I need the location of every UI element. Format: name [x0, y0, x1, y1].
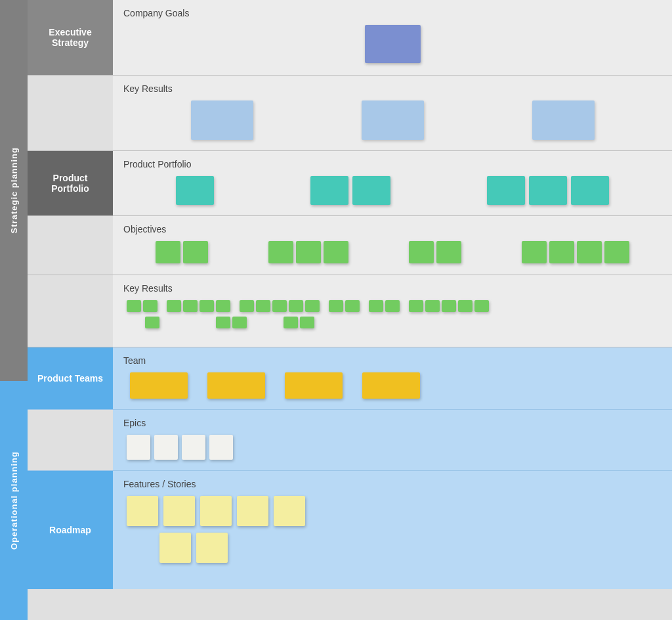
- obj-note-9[interactable]: [549, 241, 574, 263]
- epics-row: Epics: [28, 410, 672, 471]
- kr2-note-7[interactable]: [240, 300, 254, 312]
- obj-note-4[interactable]: [296, 241, 321, 263]
- key-results-2-body: Key Results: [113, 275, 672, 347]
- features-title: Features / Stories: [123, 479, 662, 489]
- feat-note-6[interactable]: [159, 533, 191, 563]
- kr2-note-20[interactable]: [474, 300, 489, 312]
- kr2-note-21[interactable]: [145, 317, 159, 328]
- kr2-note-12[interactable]: [329, 300, 343, 312]
- sidebar: Strategic planning Operational planning: [0, 0, 28, 620]
- obj-note-5[interactable]: [324, 241, 348, 263]
- pp-note-2[interactable]: [310, 176, 348, 205]
- pp-note-1[interactable]: [176, 176, 214, 205]
- product-teams-label: Product Teams: [28, 347, 113, 409]
- pp-note-3[interactable]: [352, 176, 390, 205]
- key-results-1-row: Key Results: [28, 76, 672, 151]
- obj-note-2[interactable]: [183, 241, 208, 263]
- key-results-2-title: Key Results: [123, 283, 662, 294]
- kr2-note-19[interactable]: [458, 300, 472, 312]
- kr2-note-25[interactable]: [300, 317, 314, 328]
- epics-body: Epics: [113, 410, 672, 470]
- product-portfolio-row: Product Portfolio Product Portfolio: [28, 151, 672, 216]
- executive-strategy-label: Executive Strategy: [28, 0, 113, 75]
- team-note-2[interactable]: [207, 372, 265, 399]
- roadmap-label: Roadmap: [28, 471, 113, 589]
- kr2-note-10[interactable]: [289, 300, 303, 312]
- epic-note-2[interactable]: [154, 435, 178, 460]
- obj-note-8[interactable]: [522, 241, 547, 263]
- product-portfolio-title: Product Portfolio: [123, 159, 662, 169]
- obj-note-3[interactable]: [268, 241, 293, 263]
- kr2-note-24[interactable]: [284, 317, 298, 328]
- feat-note-7[interactable]: [196, 533, 228, 563]
- key-results-1-title: Key Results: [123, 83, 662, 94]
- kr2-note-14[interactable]: [369, 300, 383, 312]
- obj-note-10[interactable]: [577, 241, 602, 263]
- feat-note-2[interactable]: [163, 496, 195, 526]
- obj-note-11[interactable]: [604, 241, 629, 263]
- features-body: Features / Stories: [113, 471, 672, 589]
- kr1-note-3[interactable]: [532, 100, 595, 140]
- product-portfolio-body: Product Portfolio: [113, 151, 672, 215]
- pp-note-6[interactable]: [571, 176, 609, 205]
- feat-note-4[interactable]: [237, 496, 268, 526]
- team-body: Team: [113, 347, 672, 409]
- epic-note-1[interactable]: [127, 435, 150, 460]
- team-note-1[interactable]: [130, 372, 188, 399]
- kr2-note-8[interactable]: [256, 300, 270, 312]
- kr1-note-2[interactable]: [362, 100, 424, 140]
- kr2-note-16[interactable]: [409, 300, 423, 312]
- kr2-note-1[interactable]: [127, 300, 141, 312]
- kr2-note-3[interactable]: [167, 300, 181, 312]
- kr2-note-4[interactable]: [183, 300, 198, 312]
- epics-title: Epics: [123, 418, 662, 428]
- pp-note-5[interactable]: [529, 176, 567, 205]
- kr2-note-23[interactable]: [232, 317, 247, 328]
- team-note-4[interactable]: [362, 372, 420, 399]
- kr2-note-9[interactable]: [272, 300, 287, 312]
- feat-note-3[interactable]: [200, 496, 232, 526]
- team-note-3[interactable]: [285, 372, 343, 399]
- objectives-row: Objectives: [28, 216, 672, 275]
- kr2-note-5[interactable]: [200, 300, 214, 312]
- company-goals-title: Company Goals: [123, 8, 662, 18]
- obj-note-6[interactable]: [409, 241, 434, 263]
- kr2-note-6[interactable]: [216, 300, 230, 312]
- pp-note-4[interactable]: [487, 176, 525, 205]
- company-goals-body: Company Goals: [113, 0, 672, 75]
- epic-note-4[interactable]: [209, 435, 233, 460]
- epic-note-3[interactable]: [182, 435, 205, 460]
- obj-note-1[interactable]: [156, 241, 180, 263]
- kr2-note-22[interactable]: [216, 317, 230, 328]
- objectives-title: Objectives: [123, 224, 662, 234]
- obj-note-7[interactable]: [436, 241, 461, 263]
- team-row: Product Teams Team: [28, 347, 672, 410]
- kr2-note-17[interactable]: [425, 300, 440, 312]
- operational-planning-label: Operational planning: [0, 381, 28, 620]
- team-title: Team: [123, 355, 662, 366]
- kr2-note-11[interactable]: [305, 300, 320, 312]
- kr2-note-15[interactable]: [385, 300, 400, 312]
- product-portfolio-label: Product Portfolio: [28, 151, 113, 215]
- kr2-note-18[interactable]: [442, 300, 456, 312]
- kr2-note-2[interactable]: [143, 300, 158, 312]
- key-results-2-row: Key Results: [28, 275, 672, 347]
- key-results-1-body: Key Results: [113, 76, 672, 150]
- feat-note-1[interactable]: [127, 496, 158, 526]
- features-row: Roadmap Features / Stories: [28, 471, 672, 589]
- feat-note-5[interactable]: [274, 496, 305, 526]
- kr2-note-13[interactable]: [345, 300, 360, 312]
- main-content: Executive Strategy Company Goals Key Res…: [28, 0, 672, 620]
- page: Strategic planning Operational planning …: [0, 0, 672, 620]
- kr1-note-1[interactable]: [191, 100, 253, 140]
- company-goal-note[interactable]: [365, 25, 421, 63]
- strategic-planning-label: Strategic planning: [0, 0, 28, 381]
- company-goals-row: Executive Strategy Company Goals: [28, 0, 672, 76]
- objectives-body: Objectives: [113, 216, 672, 275]
